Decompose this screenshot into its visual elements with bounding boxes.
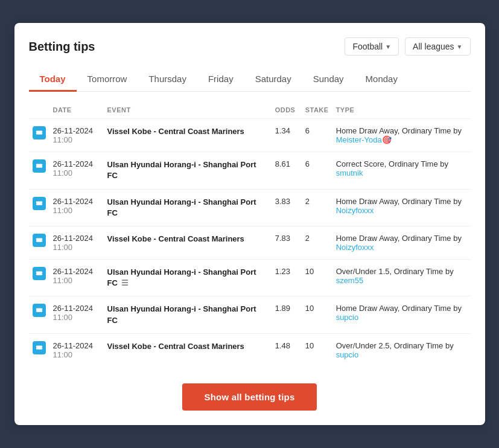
author-link[interactable]: supcio: [336, 350, 359, 359]
stake-cell: 6: [302, 119, 332, 152]
ticket-icon-cell: [29, 189, 49, 226]
page-title: Betting tips: [29, 40, 95, 54]
col-date: DATE: [49, 101, 104, 119]
date-value: 26-11-2024: [53, 341, 100, 350]
author-link[interactable]: szem55: [336, 276, 364, 285]
date-cell: 26-11-202411:00: [49, 152, 104, 189]
event-cell: Vissel Kobe - Central Coast Mariners: [104, 226, 272, 260]
table-row: 26-11-202411:00Ulsan Hyundai Horang-i - …: [29, 189, 471, 226]
list-icon: ☰: [121, 278, 129, 289]
event-name: Ulsan Hyundai Horang-i - Shanghai Port F…: [107, 160, 256, 180]
stake-cell: 10: [302, 333, 332, 366]
stake-cell: 2: [302, 189, 332, 226]
type-text: Over/Under 2.5, Ordinary Time by: [336, 341, 454, 350]
ticket-icon: [33, 267, 46, 280]
leagues-filter-button[interactable]: All leagues ▼: [405, 37, 470, 56]
tab-thursday[interactable]: Thursday: [138, 68, 197, 92]
ticket-icon-cell: [29, 226, 49, 260]
event-cell: Ulsan Hyundai Horang-i - Shanghai Port F…: [104, 189, 272, 226]
event-name: Ulsan Hyundai Horang-i - Shanghai Port F…: [107, 267, 256, 287]
tab-sunday[interactable]: Sunday: [302, 68, 355, 92]
ticket-icon-cell: [29, 119, 49, 152]
ticket-icon-cell: [29, 296, 49, 333]
odds-cell: 1.34: [272, 119, 302, 152]
stake-cell: 10: [302, 260, 332, 296]
tab-today[interactable]: Today: [29, 68, 77, 92]
author-link[interactable]: smutnik: [336, 168, 363, 178]
author-link[interactable]: supcio: [336, 313, 359, 322]
type-text: Over/Under 1.5, Ordinary Time by: [336, 267, 454, 276]
type-cell: Home Draw Away, Ordinary Time by supcio: [332, 296, 471, 333]
table-row: 26-11-202411:00Ulsan Hyundai Horang-i - …: [29, 296, 471, 333]
show-all-wrapper: Show all betting tips: [29, 383, 471, 411]
type-text: Home Draw Away, Ordinary Time by: [336, 304, 462, 313]
time-value: 11:00: [53, 206, 100, 215]
ticket-icon: [33, 159, 46, 173]
ticket-icon-cell: [29, 260, 49, 296]
odds-cell: 8.61: [272, 152, 302, 189]
time-value: 11:00: [53, 350, 100, 359]
betting-table: DATE EVENT ODDS STAKE TYPE 26-11-202411:…: [29, 101, 471, 366]
odds-cell: 1.48: [272, 333, 302, 366]
author-link[interactable]: Noizyfoxxx: [336, 243, 374, 252]
type-text: Home Draw Away, Ordinary Time by: [336, 126, 462, 135]
tab-saturday[interactable]: Saturday: [244, 68, 302, 92]
type-cell: Home Draw Away, Ordinary Time by Noizyfo…: [332, 226, 471, 260]
event-name: Vissel Kobe - Central Coast Mariners: [107, 127, 244, 136]
col-icon: [29, 101, 49, 119]
tab-friday[interactable]: Friday: [197, 68, 244, 92]
event-name: Ulsan Hyundai Horang-i - Shanghai Port F…: [107, 197, 256, 217]
odds-cell: 1.89: [272, 296, 302, 333]
time-value: 11:00: [53, 168, 100, 178]
ticket-icon: [33, 341, 46, 354]
football-filter-arrow-icon: ▼: [385, 43, 391, 50]
table-row: 26-11-202411:00Vissel Kobe - Central Coa…: [29, 119, 471, 152]
football-filter-label: Football: [352, 42, 383, 51]
event-name: Ulsan Hyundai Horang-i - Shanghai Port F…: [107, 304, 256, 324]
ticket-icon-cell: [29, 333, 49, 366]
odds-cell: 1.23: [272, 260, 302, 296]
football-filter-button[interactable]: Football ▼: [345, 37, 399, 56]
author-link[interactable]: Meister-Yoda🎯: [336, 135, 392, 144]
type-cell: Home Draw Away, Ordinary Time by Meister…: [332, 119, 471, 152]
stake-cell: 6: [302, 152, 332, 189]
type-cell: Correct Score, Ordinary Time by smutnik: [332, 152, 471, 189]
date-value: 26-11-2024: [53, 304, 100, 313]
date-value: 26-11-2024: [53, 159, 100, 168]
header-filters: Football ▼ All leagues ▼: [345, 37, 470, 56]
odds-cell: 7.83: [272, 226, 302, 260]
event-name: Vissel Kobe - Central Coast Mariners: [107, 342, 244, 351]
type-text: Home Draw Away, Ordinary Time by: [336, 197, 462, 206]
tabs-bar: Today Tomorrow Thursday Friday Saturday …: [29, 68, 471, 92]
ticket-icon: [33, 197, 46, 210]
table-row: 26-11-202411:00Vissel Kobe - Central Coa…: [29, 226, 471, 260]
date-cell: 26-11-202411:00: [49, 260, 104, 296]
table-row: 26-11-202411:00Ulsan Hyundai Horang-i - …: [29, 152, 471, 189]
date-cell: 26-11-202411:00: [49, 296, 104, 333]
event-cell: Ulsan Hyundai Horang-i - Shanghai Port F…: [104, 260, 272, 296]
date-value: 26-11-2024: [53, 126, 100, 135]
tab-tomorrow[interactable]: Tomorrow: [77, 68, 138, 92]
type-text: Correct Score, Ordinary Time by: [336, 159, 448, 168]
type-cell: Over/Under 1.5, Ordinary Time by szem55: [332, 260, 471, 296]
ticket-icon-cell: [29, 152, 49, 189]
odds-cell: 3.83: [272, 189, 302, 226]
ticket-icon: [33, 304, 46, 317]
tab-monday[interactable]: Monday: [355, 68, 408, 92]
time-value: 11:00: [53, 135, 100, 144]
table-row: 26-11-202411:00Vissel Kobe - Central Coa…: [29, 333, 471, 366]
date-cell: 26-11-202411:00: [49, 119, 104, 152]
leagues-filter-arrow-icon: ▼: [457, 43, 463, 50]
time-value: 11:00: [53, 313, 100, 322]
ticket-icon: [33, 126, 46, 139]
show-all-button[interactable]: Show all betting tips: [182, 383, 316, 411]
date-value: 26-11-2024: [53, 234, 100, 243]
col-stake: STAKE: [302, 101, 332, 119]
date-cell: 26-11-202411:00: [49, 189, 104, 226]
date-cell: 26-11-202411:00: [49, 226, 104, 260]
col-odds: ODDS: [272, 101, 302, 119]
ticket-icon: [33, 234, 46, 247]
author-link[interactable]: Noizyfoxxx: [336, 206, 374, 215]
event-cell: Vissel Kobe - Central Coast Mariners: [104, 119, 272, 152]
type-cell: Over/Under 2.5, Ordinary Time by supcio: [332, 333, 471, 366]
